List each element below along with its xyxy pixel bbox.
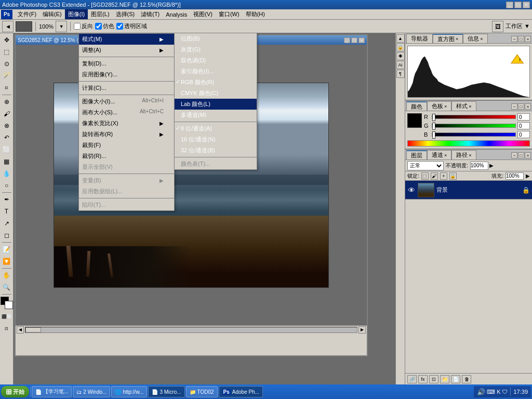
zoom-dropdown[interactable]: ▼	[56, 21, 67, 32]
doc-maximize[interactable]: □	[351, 37, 357, 43]
bg-color-swatch[interactable]	[5, 301, 13, 309]
tool-history[interactable]: ↶	[1, 132, 12, 143]
menu-adjust[interactable]: 调整(A) ▶	[79, 45, 174, 56]
tab-info[interactable]: 信息 ×	[463, 34, 487, 43]
start-button[interactable]: ⊞ 开始	[1, 386, 29, 397]
tool-eraser[interactable]: ⬜	[1, 144, 12, 155]
mode-bitmap[interactable]: 位图(B)	[175, 33, 257, 44]
layers-maximize[interactable]: □	[518, 152, 524, 158]
panel-close[interactable]: ×	[525, 36, 531, 42]
tool-marquee[interactable]: ⬚	[1, 46, 12, 58]
color-picker[interactable]	[1, 297, 13, 309]
lock-transparent[interactable]: ⬚	[421, 172, 429, 180]
workspace-label[interactable]: 工作区 ▼	[506, 22, 530, 30]
tool-magic-wand[interactable]: 🪄	[1, 70, 12, 82]
side-icon-3[interactable]: ✱	[396, 52, 405, 60]
minimize-btn[interactable]: _	[506, 2, 513, 8]
taskbar-item-http[interactable]: 🌐 http://w...	[111, 386, 147, 397]
info-close[interactable]: ×	[480, 36, 483, 42]
color-panel-close[interactable]: ×	[525, 103, 531, 110]
mode-8bit[interactable]: ✓8 位/通道(A)	[175, 123, 257, 134]
tool-shape[interactable]: ◻	[1, 230, 12, 241]
tool-move[interactable]: ✥	[1, 34, 12, 46]
color-fg-swatch[interactable]	[407, 113, 422, 128]
menu-trim[interactable]: 裁切(R)...	[79, 151, 174, 162]
taskbar-item-ps[interactable]: Ps Adobe Ph...	[219, 386, 263, 397]
r-slider-track[interactable]	[432, 115, 516, 119]
taskbar-item-micro[interactable]: 📄 3 Micro...	[148, 386, 184, 397]
swatches-close[interactable]: ×	[444, 104, 447, 109]
g-slider-thumb[interactable]	[432, 123, 435, 130]
workspace-icon[interactable]: 🖼	[492, 21, 503, 32]
menu-image-size[interactable]: 图像大小(I)... Alt+Ctrl+I	[79, 96, 174, 107]
b-slider-track[interactable]	[432, 132, 516, 137]
layers-close[interactable]: ×	[525, 152, 531, 158]
doc-minimize[interactable]: _	[344, 37, 350, 43]
color-spectrum[interactable]	[407, 140, 530, 147]
layers-minimize[interactable]: −	[511, 152, 517, 158]
mode-32bit[interactable]: 32 位/通道(B)	[175, 145, 257, 156]
menu-analysis[interactable]: Analysis	[163, 10, 190, 19]
menu-apply-image[interactable]: 应用图像(Y)...	[79, 69, 174, 80]
tab-color[interactable]: 颜色	[406, 101, 427, 111]
menu-mode[interactable]: 模式(M) ▶ 位图(B) 灰度(G) 双色调(D) 索引颜色(I)... ✓R…	[79, 34, 174, 45]
tray-icon-3[interactable]: K	[497, 389, 500, 395]
mode-lab[interactable]: Lab 颜色(L)	[175, 99, 257, 110]
tool-text[interactable]: T	[1, 206, 12, 217]
fanxiang-checkbox[interactable]	[74, 23, 81, 30]
tool-dodge[interactable]: ○	[1, 180, 12, 191]
link-layers-btn[interactable]: 🔗	[407, 375, 417, 383]
tool-healing[interactable]: ⊕	[1, 96, 12, 108]
tab-swatches[interactable]: 色板 ×	[427, 101, 451, 111]
tab-navigator[interactable]: 导航器	[406, 34, 433, 43]
menu-help[interactable]: 帮助(H)	[243, 9, 268, 19]
tool-crop[interactable]: ⌗	[1, 82, 12, 94]
tool-stamp[interactable]: ⊗	[1, 120, 12, 131]
layer-item-background[interactable]: 👁 背景 🔒	[405, 181, 532, 200]
maximize-btn[interactable]: □	[514, 2, 522, 8]
tray-icon-4[interactable]: 🛡	[502, 389, 508, 395]
tool-option-1[interactable]: ◀	[2, 21, 14, 32]
scroll-thumb[interactable]	[25, 327, 41, 332]
panel-maximize[interactable]: □	[518, 36, 524, 42]
panel-minimize[interactable]: −	[511, 36, 517, 42]
side-icon-5[interactable]: ¶	[396, 70, 405, 78]
menu-view[interactable]: 视图(V)	[190, 9, 216, 19]
side-icon-2[interactable]: 🔒	[396, 43, 405, 51]
layer-eye-background[interactable]: 👁	[407, 186, 416, 194]
opacity-arrow[interactable]: ▶	[489, 163, 494, 168]
layer-mask-btn[interactable]: ⊡	[429, 375, 438, 383]
tool-brush[interactable]: 🖌	[1, 108, 12, 119]
side-icon-4[interactable]: Ai	[396, 61, 405, 69]
scroll-left[interactable]: ◀	[17, 326, 24, 334]
tool-notes[interactable]: 📝	[1, 244, 12, 255]
menu-duplicate[interactable]: 复制(D)...	[79, 58, 174, 69]
menu-crop[interactable]: 裁剪(F)	[79, 140, 174, 151]
paths-close[interactable]: ×	[469, 153, 471, 158]
menu-file[interactable]: 文件(F)	[15, 9, 39, 19]
tool-eyedropper[interactable]: 🔽	[1, 256, 12, 267]
close-btn[interactable]: ×	[523, 2, 530, 8]
mode-cmyk[interactable]: CMYK 颜色(C)	[175, 88, 257, 99]
tab-layers[interactable]: 图层	[406, 150, 427, 159]
tray-icon-1[interactable]: 🔊	[477, 388, 485, 396]
channels-close[interactable]: ×	[444, 153, 447, 158]
r-slider-thumb[interactable]	[432, 114, 435, 121]
taskbar-item-windows[interactable]: 🗂 2 Windo...	[73, 386, 110, 397]
lock-position[interactable]: +	[440, 172, 447, 180]
tool-lasso[interactable]: ⊙	[1, 58, 12, 70]
fanxiang-check[interactable]: 反向	[74, 22, 93, 30]
menu-edit[interactable]: 编辑(E)	[39, 9, 65, 19]
mode-rgb[interactable]: ✓RGB 颜色(R)	[175, 77, 257, 88]
menu-calculations[interactable]: 计算(C)...	[79, 83, 174, 94]
doc-close[interactable]: ×	[358, 37, 365, 43]
mode-indexed[interactable]: 索引颜色(I)...	[175, 66, 257, 77]
delete-layer-btn[interactable]: 🗑	[462, 375, 471, 383]
opacity-input[interactable]	[470, 162, 488, 170]
taskbar-item-notes[interactable]: 📄 【学习笔...	[32, 386, 72, 397]
tool-gradient[interactable]: ▦	[1, 156, 12, 167]
mode-grayscale[interactable]: 灰度(G)	[175, 44, 257, 55]
mode-duotone[interactable]: 双色调(D)	[175, 55, 257, 66]
tool-pen[interactable]: ✒	[1, 194, 12, 205]
menu-filter[interactable]: 滤镜(T)	[138, 9, 163, 19]
